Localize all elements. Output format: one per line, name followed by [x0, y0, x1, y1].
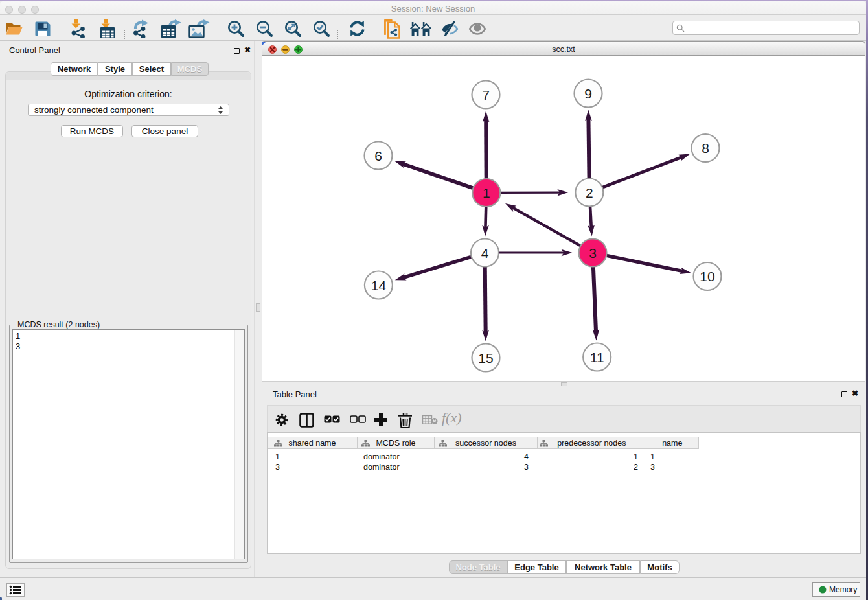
- svg-text:11: 11: [590, 350, 604, 365]
- svg-text:10: 10: [700, 269, 714, 284]
- svg-text:8: 8: [702, 141, 709, 156]
- svg-text:1: 1: [483, 185, 490, 200]
- svg-text:2: 2: [586, 185, 593, 200]
- svg-text:6: 6: [374, 148, 382, 163]
- svg-text:15: 15: [478, 351, 493, 365]
- svg-text:7: 7: [482, 87, 490, 102]
- svg-text:9: 9: [584, 86, 592, 101]
- svg-text:3: 3: [589, 246, 597, 260]
- svg-text:14: 14: [371, 278, 387, 293]
- svg-text:4: 4: [481, 246, 489, 260]
